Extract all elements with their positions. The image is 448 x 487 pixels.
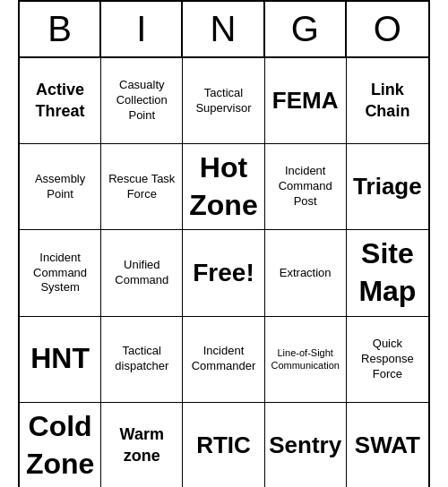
bingo-grid: Active ThreatCasualty Collection PointTa… bbox=[20, 58, 428, 487]
bingo-cell-0: Active Threat bbox=[20, 58, 101, 144]
bingo-cell-22: RTIC bbox=[183, 403, 264, 487]
bingo-cell-23: Sentry bbox=[265, 403, 347, 487]
bingo-cell-9: Triage bbox=[347, 144, 428, 230]
bingo-cell-17: Incident Commander bbox=[183, 317, 264, 403]
bingo-cell-7: Hot Zone bbox=[183, 144, 264, 230]
bingo-cell-20: Cold Zone bbox=[20, 403, 101, 487]
header-letter: O bbox=[347, 2, 428, 56]
bingo-cell-6: Rescue Task Force bbox=[101, 144, 183, 230]
bingo-cell-3: FEMA bbox=[265, 58, 347, 144]
bingo-cell-19: Quick Response Force bbox=[347, 317, 428, 403]
bingo-cell-18: Line-of-Sight Communication bbox=[265, 317, 347, 403]
bingo-cell-2: Tactical Supervisor bbox=[183, 58, 264, 144]
bingo-cell-10: Incident Command System bbox=[20, 230, 101, 316]
bingo-cell-1: Casualty Collection Point bbox=[101, 58, 183, 144]
header-letter: I bbox=[101, 2, 183, 56]
bingo-card: BINGO Active ThreatCasualty Collection P… bbox=[18, 0, 430, 487]
bingo-cell-15: HNT bbox=[20, 317, 101, 403]
header-letter: G bbox=[265, 2, 347, 56]
bingo-cell-13: Extraction bbox=[265, 230, 347, 316]
bingo-cell-24: SWAT bbox=[347, 403, 428, 487]
bingo-cell-14: Site Map bbox=[347, 230, 428, 316]
bingo-cell-11: Unified Command bbox=[101, 230, 183, 316]
header-letter: B bbox=[20, 2, 101, 56]
bingo-cell-12: Free! bbox=[183, 230, 264, 316]
bingo-cell-21: Warm zone bbox=[101, 403, 183, 487]
bingo-cell-8: Incident Command Post bbox=[265, 144, 347, 230]
bingo-cell-5: Assembly Point bbox=[20, 144, 101, 230]
bingo-header: BINGO bbox=[20, 2, 428, 58]
bingo-cell-4: Link Chain bbox=[347, 58, 428, 144]
header-letter: N bbox=[183, 2, 264, 56]
bingo-cell-16: Tactical dispatcher bbox=[101, 317, 183, 403]
